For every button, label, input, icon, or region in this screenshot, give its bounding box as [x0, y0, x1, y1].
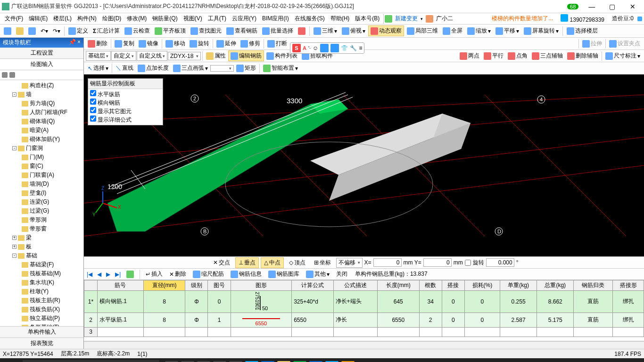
tree-node[interactable]: 砌体加筋(Y)	[1, 135, 83, 144]
tree-node[interactable]: 构造柱(Z)	[1, 81, 83, 90]
delete-row-button[interactable]: ✕ 删除	[167, 269, 188, 279]
rect-button[interactable]: 矩形	[234, 63, 258, 73]
y-input[interactable]	[423, 258, 452, 267]
list-view-icon[interactable]	[9, 72, 15, 78]
find-bar-button[interactable]: 查看钢筋	[224, 26, 259, 36]
tree-node[interactable]: 剪力墙(Q)	[1, 99, 83, 108]
rebar-display-panel[interactable]: 钢筋显示控制面板 水平纵筋横向钢筋显示其它图元显示详细公式	[88, 78, 163, 125]
snap-vertex-button[interactable]: ◇ 顶点	[286, 257, 309, 268]
tree-node[interactable]: 门联窗(A)	[1, 171, 83, 180]
tree-node[interactable]: 集水坑(K)	[1, 278, 83, 287]
menu-draw[interactable]: 绘图(D)	[99, 15, 124, 23]
snap-cross-button[interactable]: ✕ 交点	[210, 257, 233, 268]
menu-cloud[interactable]: 云应用(Y)	[229, 15, 259, 23]
menu-edit[interactable]: 编辑(E)	[26, 15, 50, 23]
report-preview-tab[interactable]: 报表预览	[0, 337, 83, 349]
redo-button[interactable]: ↷▾	[51, 27, 62, 35]
ime-emoji-icon[interactable]: ☺	[313, 45, 318, 51]
menu-view[interactable]: 视图(V)	[181, 15, 205, 23]
new-change-link[interactable]: 新建变更	[392, 15, 421, 23]
last-button[interactable]: ▶|	[114, 271, 122, 278]
copy-button[interactable]: 复制	[113, 39, 136, 49]
move-button[interactable]: 移动	[164, 39, 187, 49]
table-row[interactable]: 3	[84, 327, 644, 337]
ime-mic-icon[interactable]	[320, 44, 329, 52]
sum-button[interactable]: Σ汇总计算	[91, 26, 122, 36]
mirror-button[interactable]: 镜像	[137, 39, 160, 49]
minimize-button[interactable]: —	[582, 3, 601, 10]
rebar-info-button[interactable]: 钢筋信息	[229, 269, 264, 279]
rotate-input[interactable]	[486, 258, 514, 267]
add-length-button[interactable]: 点加长度	[136, 63, 171, 73]
rotate-checkbox[interactable]	[465, 260, 471, 266]
column-header[interactable]: 图号	[208, 280, 231, 291]
open-button[interactable]	[14, 26, 25, 36]
search-box[interactable]: 在这里输入你要搜索的内容	[23, 360, 159, 362]
draw-input-tab[interactable]: 绘图输入	[0, 59, 83, 70]
tree-node[interactable]: +梁	[1, 233, 83, 242]
tree-node[interactable]: 窗(C)	[1, 162, 83, 171]
edit-rebar-button[interactable]: 编辑钢筋	[228, 50, 264, 61]
type-combo[interactable]: 自定义线	[137, 51, 167, 61]
start-button[interactable]	[0, 358, 23, 362]
code-combo[interactable]: ZDYX-18	[168, 52, 201, 60]
extend-button[interactable]: 延伸	[215, 39, 238, 49]
first-button[interactable]: |◀	[86, 271, 93, 278]
credit-label[interactable]: 造价豆:0	[608, 15, 637, 23]
tree-node[interactable]: 带形窗	[1, 224, 83, 233]
arc-button[interactable]: 三点画弧▾	[171, 63, 210, 73]
component-tree[interactable]: 构造柱(Z)-墙剪力墙(Q)人防门框墙(RF砌体墙(Q)暗梁(A)砌体加筋(Y)…	[0, 80, 83, 326]
dynamic-view-button[interactable]: 动态观察	[368, 25, 404, 36]
look-down-button[interactable]: 俯视▾	[340, 26, 367, 36]
column-header[interactable]: 直径(mm)	[143, 280, 185, 291]
table-scrollbar[interactable]	[84, 341, 644, 349]
ime-punct[interactable]: '·	[308, 45, 311, 51]
tree-node[interactable]: 人防门框墙(RF	[1, 108, 83, 117]
column-header[interactable]: 搭接	[442, 280, 464, 291]
save-button[interactable]	[26, 26, 38, 36]
menu-online[interactable]: 在线服务(S)	[292, 15, 328, 23]
pivot-button[interactable]: 设置夹点	[607, 39, 642, 49]
break-button[interactable]: 打断	[265, 39, 289, 49]
next-button[interactable]: ▶	[105, 271, 111, 278]
scale-button[interactable]: 缩尺配筋	[191, 269, 226, 279]
menu-rebar[interactable]: 钢筋量(Q)	[149, 15, 180, 23]
update-badge[interactable]: 68	[567, 4, 578, 9]
other-button[interactable]: 其他▾	[304, 269, 331, 279]
tree-node[interactable]: 过梁(G)	[1, 206, 83, 215]
view-3d-button[interactable]: 三维▾	[312, 26, 339, 36]
stretch-button[interactable]: 拉伸	[580, 39, 604, 49]
column-header[interactable]: 单重(kg)	[500, 280, 537, 291]
tree-node[interactable]: -门窗洞	[1, 144, 83, 153]
screen-rotate-button[interactable]: 屏幕旋转▾	[522, 26, 561, 36]
tree-node[interactable]: 墙洞(D)	[1, 180, 83, 189]
column-header[interactable]: 搭接形	[613, 280, 644, 291]
maximize-button[interactable]: ▢	[603, 3, 622, 10]
column-header[interactable]: 根数	[419, 280, 442, 291]
delete-aux-button[interactable]: 删除辅轴	[565, 51, 600, 61]
trim-button[interactable]: 修剪	[239, 39, 262, 49]
point-angle-button[interactable]: 点角	[506, 51, 529, 61]
tree-node[interactable]: 砌体墙(Q)	[1, 117, 83, 126]
status-message[interactable]: 楼梯的构件数量增加了...	[488, 15, 557, 23]
close-table-button[interactable]: 关闭	[334, 269, 349, 279]
column-header[interactable]: 损耗(%)	[464, 280, 500, 291]
tree-node[interactable]: 条形基础(T)	[1, 323, 83, 326]
column-header[interactable]: 筋号	[98, 280, 144, 291]
column-header[interactable]: 总重(kg)	[537, 280, 574, 291]
tree-node[interactable]: 壁龛(I)	[1, 189, 83, 197]
ime-mode[interactable]: A	[303, 45, 306, 51]
phone-label[interactable]: 13907298339	[557, 14, 608, 23]
batch-select-button[interactable]: 批量选择	[260, 26, 295, 36]
line-button[interactable]: ＼直线	[114, 63, 135, 73]
category-combo[interactable]: 自定义	[111, 51, 136, 61]
ime-keyboard-icon[interactable]	[330, 44, 339, 52]
table-row[interactable]: 2水平纵筋.18Φ165506550净长65502002.5875.175直筋绑…	[84, 313, 644, 327]
find-unit-button[interactable]: 查找图元	[189, 26, 223, 36]
two-point-button[interactable]: 两点	[458, 51, 481, 61]
tree-node[interactable]: 筏板负筋(X)	[1, 305, 83, 314]
undo-button[interactable]: ↶▾	[39, 27, 50, 35]
column-header[interactable]: 钢筋归类	[574, 280, 613, 291]
column-header[interactable]: 级别	[185, 280, 208, 291]
props-button[interactable]: 属性	[204, 51, 228, 61]
